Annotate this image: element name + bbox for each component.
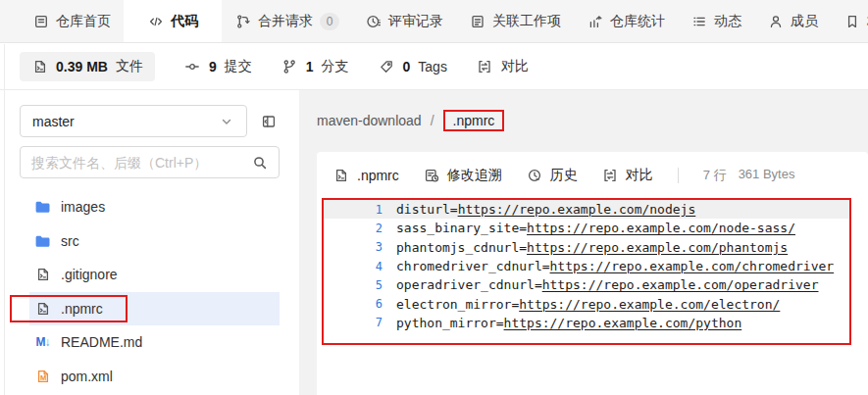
action-blame[interactable]: 修改追溯 [424, 167, 502, 184]
current-file-name: .npmrc [357, 168, 399, 183]
tab-current-file[interactable]: .npmrc [332, 167, 399, 183]
action-compare-file[interactable]: 对比 [602, 167, 653, 184]
nav-item-label: 仓库首页 [56, 13, 111, 30]
code-key: operadriver_cdnurl= [396, 277, 542, 292]
toolbar-item-label: 对比 [501, 58, 529, 75]
tree-item-label: images [61, 199, 105, 215]
line-number[interactable]: 7 [324, 316, 383, 329]
toolbar-item-branches[interactable]: 1分支 [281, 58, 349, 75]
tree-item-gitignore[interactable]: .gitignore [20, 258, 280, 292]
code-url-link[interactable]: https://repo.example.com/chromedriver [550, 259, 835, 273]
nav-item-label: 代码 [171, 13, 198, 30]
search-icon[interactable] [251, 154, 268, 171]
code-line-text: operadriver_cdnurl=https://repo.example.… [396, 277, 818, 292]
history-icon [527, 167, 543, 183]
toolbar-item-value: 9 [209, 59, 217, 74]
file-search-input[interactable] [31, 155, 245, 171]
repo-toolbar: 0.39 MB文件9提交1分支0Tags对比 [0, 43, 868, 90]
code-line-7: 7python_mirror=https://repo.example.com/… [324, 314, 849, 332]
compare-icon [477, 58, 493, 74]
code-url-link[interactable]: https://repo.example.com/electron/ [519, 297, 780, 312]
breadcrumb-repo[interactable]: maven-download [317, 113, 422, 128]
code-line-text: sass_binary_site=https://repo.example.co… [396, 221, 795, 235]
collapse-sidebar-button[interactable] [258, 111, 280, 132]
code-line-6: 6electron_mirror=https://repo.example.co… [324, 294, 849, 313]
tree-item-src[interactable]: src [20, 224, 280, 259]
breadcrumb-separator: / [431, 113, 434, 128]
branch-selector[interactable]: master [20, 105, 247, 137]
code-icon [147, 13, 164, 29]
nav-item-merge-requests[interactable]: 合并请求0 [222, 0, 352, 42]
nav-item-code[interactable]: 代码 [124, 0, 222, 42]
code-url-link[interactable]: https://repo.example.com/node-sass/ [527, 221, 795, 235]
toolbar-item-value: 1 [306, 59, 314, 74]
code-url-link[interactable]: https://repo.example.com/nodejs [458, 202, 696, 217]
toolbar-item-value: 0.39 MB [56, 59, 108, 74]
line-number[interactable]: 6 [324, 297, 383, 311]
code-key: python_mirror= [396, 316, 504, 330]
file-code-icon [34, 300, 51, 317]
nav-item-repo-stats[interactable]: 仓库统计 [574, 0, 678, 42]
file-size: 361 Bytes [739, 167, 795, 184]
folder-icon [34, 232, 51, 249]
code-line-text: phantomjs_cdnurl=https://repo.example.co… [396, 240, 788, 255]
code-url-link[interactable]: https://repo.example.com/phantomjs [527, 240, 788, 255]
nav-item-work-items[interactable]: 关联工作项 [456, 0, 574, 42]
action-label: 修改追溯 [447, 167, 502, 184]
line-number[interactable]: 4 [324, 260, 383, 273]
branch-row: master [20, 105, 280, 137]
tree-item-images[interactable]: images [20, 190, 280, 224]
tree-item-label: pom.xml [61, 369, 113, 384]
nav-item-members[interactable]: 成员 [754, 0, 831, 42]
line-number[interactable]: 1 [324, 203, 383, 217]
code-line-3: 3phantomjs_cdnurl=https://repo.example.c… [324, 238, 849, 257]
tree-item-README-md[interactable]: M↓README.md [20, 325, 280, 360]
nav-item-label: 仓库统计 [610, 13, 665, 30]
folder-icon [34, 199, 51, 216]
action-history[interactable]: 历史 [527, 167, 578, 184]
chevron-down-icon [218, 113, 234, 129]
toolbar-item-compare[interactable]: 对比 [477, 58, 529, 75]
line-number[interactable]: 3 [324, 240, 383, 254]
code-line-text: python_mirror=https://repo.example.com/p… [396, 316, 741, 330]
left-edge-divider [4, 44, 5, 395]
code-url-link[interactable]: https://repo.example.com/python [504, 316, 742, 330]
toolbar-item-file-size[interactable]: 0.39 MB文件 [20, 52, 155, 81]
code-line-5: 5operadriver_cdnurl=https://repo.example… [324, 275, 849, 294]
workitem-icon [469, 13, 485, 29]
tree-item-pom-xml[interactable]: Mpom.xml [20, 360, 280, 394]
nav-item-label: 评审记录 [388, 13, 443, 30]
nav-item-tags-nav[interactable]: 标 [831, 0, 868, 42]
code-url-link[interactable]: https://repo.example.com/operadriver [542, 277, 819, 292]
nav-item-review-records[interactable]: 评审记录 [352, 0, 456, 42]
toolbar-item-label: 分支 [322, 58, 349, 75]
merge-icon [234, 13, 251, 29]
line-number[interactable]: 2 [324, 222, 383, 235]
nav-item-label: 关联工作项 [492, 13, 561, 30]
file-code-icon [34, 267, 51, 283]
breadcrumb-file annotation-box: .npmrc [443, 110, 505, 131]
code-key: phantomjs_cdnurl= [396, 240, 527, 255]
repo-icon [32, 13, 49, 29]
tag-icon [379, 58, 395, 74]
toolbar-item-commits[interactable]: 9提交 [184, 58, 252, 75]
nav-item-label: 动态 [714, 13, 741, 30]
line-number[interactable]: 5 [324, 278, 383, 292]
branch-name: master [32, 114, 75, 129]
file-viewer-panel: .npmrc 修改追溯历史对比 7 行 361 Bytes 1disturl=h… [317, 152, 868, 395]
code-line-text: disturl=https://repo.example.com/nodejs [396, 202, 695, 217]
file-line-count: 7 行 [703, 167, 727, 184]
action-label: 对比 [626, 167, 653, 184]
code-key: disturl= [396, 202, 458, 217]
nav-item-label: 合并请求 [258, 13, 313, 30]
nav-item-repo-home[interactable]: 仓库首页 [20, 0, 124, 42]
blame-icon [424, 167, 440, 183]
tree-item-npmrc[interactable]: .npmrc [20, 292, 280, 326]
nav-item-activity[interactable]: 动态 [678, 0, 754, 42]
file-code-icon [31, 58, 48, 74]
toolbar-item-value: 0 [403, 59, 411, 74]
review-clock-icon [365, 13, 382, 29]
code-line-4: 4chromedriver_cdnurl=https://repo.exampl… [324, 257, 849, 275]
code-line-text: chromedriver_cdnurl=https://repo.example… [396, 259, 834, 273]
toolbar-item-tags[interactable]: 0Tags [379, 58, 447, 74]
